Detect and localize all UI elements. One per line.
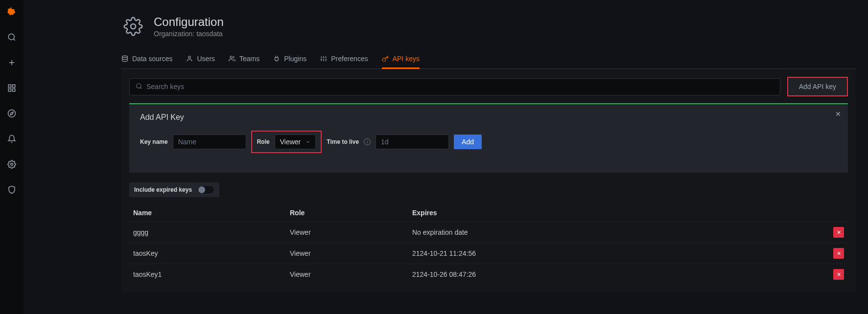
delete-button[interactable]: ✕ [833, 227, 844, 238]
table-header-name: Name [129, 204, 286, 222]
cell-name: gggg [129, 222, 286, 243]
cell-name: taosKey1 [129, 264, 286, 285]
delete-button[interactable]: ✕ [833, 269, 844, 280]
include-expired-label: Include expired keys [134, 186, 192, 193]
cell-expires: No expiration date [408, 222, 823, 243]
tab-label: Data sources [132, 55, 172, 63]
tab-teams[interactable]: Teams [229, 50, 259, 69]
svg-rect-1 [8, 85, 11, 87]
alerting-icon[interactable] [4, 131, 20, 147]
ttl-input[interactable] [375, 135, 449, 149]
key-icon [382, 55, 389, 62]
user-icon [186, 55, 193, 62]
svg-point-0 [8, 34, 14, 40]
plus-icon[interactable] [4, 55, 20, 70]
info-icon[interactable]: i [364, 138, 371, 145]
include-expired-toggle[interactable] [197, 185, 214, 194]
svg-point-10 [188, 56, 191, 59]
ttl-label: Time to live [327, 138, 359, 145]
search-input[interactable] [146, 83, 774, 90]
svg-point-21 [137, 83, 141, 88]
tab-users[interactable]: Users [186, 50, 215, 69]
cell-name: taosKey [129, 243, 286, 264]
role-group-highlight: Role Viewer [251, 131, 322, 153]
svg-point-9 [122, 56, 128, 58]
add-api-key-form: ✕ Add API Key Key name Role Viewer Time … [129, 103, 848, 173]
tab-api-keys[interactable]: API keys [382, 50, 420, 69]
plug-icon [273, 55, 280, 62]
search-icon [136, 83, 142, 91]
sidebar [0, 0, 23, 314]
grafana-logo[interactable] [4, 4, 20, 20]
close-icon[interactable]: ✕ [835, 110, 841, 118]
tabs: Data sources Users Teams Plugins Prefere… [121, 50, 856, 69]
tab-label: Plugins [284, 55, 306, 63]
search-icon[interactable] [4, 29, 20, 45]
key-name-label: Key name [140, 138, 168, 145]
page-title: Configuration [154, 15, 224, 29]
search-input-wrapper[interactable] [129, 78, 780, 95]
toggle-knob [198, 186, 205, 193]
cell-expires: 2124-10-21 11:24:56 [408, 243, 823, 264]
explore-icon[interactable] [4, 106, 20, 121]
table-row: taosKey Viewer 2124-10-21 11:24:56 ✕ [129, 243, 848, 264]
sliders-icon [320, 55, 327, 62]
page-header: Configuration Organization: taosdata [121, 15, 856, 38]
table-row: taosKey1 Viewer 2124-10-26 08:47:26 ✕ [129, 264, 848, 285]
main-content: Configuration Organization: taosdata Dat… [23, 0, 868, 314]
tab-label: Users [197, 55, 215, 63]
form-title: Add API Key [140, 113, 837, 122]
tab-preferences[interactable]: Preferences [320, 50, 368, 69]
svg-rect-3 [13, 89, 15, 91]
role-value: Viewer [280, 138, 301, 146]
tab-plugins[interactable]: Plugins [273, 50, 306, 69]
table-row: gggg Viewer No expiration date ✕ [129, 222, 848, 243]
role-select[interactable]: Viewer [275, 135, 316, 149]
configuration-icon[interactable] [4, 157, 20, 172]
add-button[interactable]: Add [454, 135, 482, 149]
include-expired-row: Include expired keys [129, 182, 219, 197]
add-api-key-button[interactable]: Add API key [787, 77, 848, 96]
tab-label: Preferences [331, 55, 368, 63]
tab-label: API keys [393, 55, 420, 63]
svg-point-11 [230, 56, 233, 59]
tab-content: Add API key ✕ Add API Key Key name Role … [121, 69, 856, 292]
svg-point-7 [11, 163, 13, 166]
tab-label: Teams [239, 55, 259, 63]
page-subtitle: Organization: taosdata [154, 30, 224, 38]
cell-expires: 2124-10-26 08:47:26 [408, 264, 823, 285]
chevron-down-icon [305, 138, 310, 146]
cell-role: Viewer [286, 243, 408, 264]
table-header-role: Role [286, 204, 408, 222]
svg-point-8 [131, 24, 136, 29]
tab-data-sources[interactable]: Data sources [121, 50, 172, 69]
svg-marker-6 [10, 112, 13, 115]
svg-rect-4 [8, 89, 11, 91]
users-icon [229, 55, 235, 62]
svg-rect-2 [13, 85, 15, 87]
api-keys-table: Name Role Expires gggg Viewer No expirat… [129, 204, 848, 285]
gear-icon [121, 15, 145, 38]
server-admin-icon[interactable] [4, 182, 20, 198]
svg-point-5 [8, 110, 16, 117]
role-label: Role [257, 138, 270, 145]
key-name-input[interactable] [173, 135, 246, 149]
cell-role: Viewer [286, 222, 408, 243]
dashboards-icon[interactable] [4, 80, 20, 96]
database-icon [121, 55, 128, 62]
delete-button[interactable]: ✕ [833, 248, 844, 259]
cell-role: Viewer [286, 264, 408, 285]
table-header-expires: Expires [408, 204, 823, 222]
